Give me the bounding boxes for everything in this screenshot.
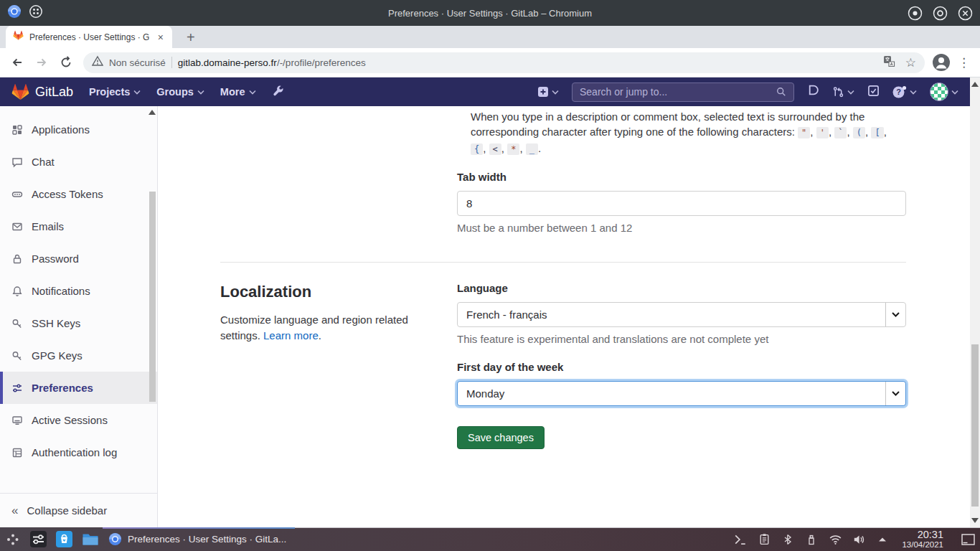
discover-icon[interactable] bbox=[55, 529, 74, 549]
gitlab-navbar: GitLab Projects Groups More bbox=[0, 77, 970, 106]
select-caret-icon bbox=[885, 382, 905, 405]
maximize-icon[interactable] bbox=[933, 6, 948, 21]
bluetooth-icon[interactable] bbox=[781, 532, 795, 547]
browser-menu-icon[interactable]: ⋮ bbox=[955, 55, 973, 70]
plus-square-icon bbox=[537, 86, 549, 98]
new-menu-button[interactable] bbox=[537, 86, 559, 98]
sidebar-item-ssh-keys[interactable]: SSH Keys bbox=[0, 307, 157, 339]
issues-icon[interactable] bbox=[807, 85, 819, 100]
security-label: Non sécurisé bbox=[109, 57, 166, 68]
minimize-icon[interactable] bbox=[908, 6, 923, 21]
divider bbox=[171, 57, 172, 68]
nav-projects[interactable]: Projects bbox=[89, 86, 141, 98]
sidebar-item-access-tokens[interactable]: Access Tokens bbox=[0, 178, 157, 210]
sidebar-scrollbar-thumb[interactable] bbox=[149, 192, 156, 402]
email-icon bbox=[11, 221, 23, 232]
sidebar-item-password[interactable]: Password bbox=[0, 242, 157, 275]
scroll-down-icon[interactable] bbox=[971, 518, 979, 523]
folder-icon[interactable] bbox=[80, 529, 100, 549]
scroll-up-icon[interactable] bbox=[971, 82, 979, 87]
code-char: ( bbox=[853, 127, 865, 138]
user-menu-button[interactable] bbox=[930, 83, 958, 101]
show-desktop-icon[interactable] bbox=[960, 532, 976, 547]
page-scrollbar[interactable] bbox=[970, 77, 980, 527]
gitlab-logo[interactable]: GitLab bbox=[11, 83, 73, 101]
window-title: Preferences · User Settings · GitLab – C… bbox=[165, 8, 815, 19]
warning-icon[interactable] bbox=[92, 55, 103, 70]
gitlab-tanuki-icon bbox=[13, 30, 24, 44]
wrench-icon[interactable] bbox=[272, 85, 284, 100]
search-input[interactable] bbox=[580, 86, 776, 98]
chromium-icon bbox=[7, 4, 22, 22]
bookmark-star-icon[interactable]: ☆ bbox=[905, 55, 916, 70]
back-icon[interactable] bbox=[7, 52, 27, 72]
sidebar-item-chat[interactable]: Chat bbox=[0, 146, 157, 178]
caret-down-icon bbox=[847, 90, 854, 95]
learn-more-link[interactable]: Learn more bbox=[263, 329, 319, 342]
sidebar-item-emails[interactable]: Emails bbox=[0, 210, 157, 242]
clipboard-icon[interactable] bbox=[757, 532, 771, 547]
spacer-column bbox=[220, 109, 443, 234]
wifi-icon[interactable] bbox=[828, 532, 842, 547]
grid-icon bbox=[11, 124, 23, 136]
code-char: * bbox=[507, 143, 519, 155]
save-changes-button[interactable]: Save changes bbox=[457, 426, 545, 449]
key-icon bbox=[11, 318, 23, 329]
nav-more[interactable]: More bbox=[220, 86, 256, 98]
collapse-icon: « bbox=[11, 504, 18, 518]
sidebar-item-notifications[interactable]: Notifications bbox=[0, 275, 157, 307]
settings-icon[interactable] bbox=[29, 529, 48, 549]
tray-expand-icon[interactable] bbox=[875, 532, 890, 547]
terminal-icon[interactable] bbox=[733, 532, 748, 547]
reload-icon[interactable] bbox=[56, 52, 76, 72]
browser-tab[interactable]: Preferences · User Settings · G × bbox=[6, 26, 172, 48]
page-scrollbar-thumb[interactable] bbox=[970, 343, 980, 508]
launcher-icon[interactable] bbox=[3, 529, 22, 549]
tab-width-input[interactable] bbox=[457, 191, 906, 216]
first-day-label: First day of the week bbox=[457, 361, 906, 373]
close-icon[interactable] bbox=[958, 6, 973, 21]
volume-icon[interactable] bbox=[852, 532, 866, 547]
tab-width-label: Tab width bbox=[457, 171, 906, 183]
taskbar-task-chromium[interactable]: Preferences · User Settings · GitLa... bbox=[103, 527, 295, 551]
preferences-content: When you type in a description or commen… bbox=[158, 106, 970, 527]
sidebar-item-preferences[interactable]: Preferences bbox=[0, 372, 157, 404]
window-titlebar: Preferences · User Settings · GitLab – C… bbox=[0, 0, 980, 26]
todos-icon[interactable] bbox=[867, 85, 880, 100]
translate-icon[interactable] bbox=[883, 55, 895, 70]
code-char: _ bbox=[526, 143, 538, 155]
clock[interactable]: 20:31 13/04/2021 bbox=[902, 529, 943, 549]
browser-profile-icon[interactable] bbox=[932, 53, 951, 72]
global-search[interactable] bbox=[572, 83, 794, 102]
nav-groups[interactable]: Groups bbox=[156, 86, 204, 98]
help-button[interactable]: ? bbox=[892, 85, 917, 98]
caret-down-icon bbox=[951, 90, 958, 95]
tab-close-icon[interactable]: × bbox=[155, 31, 166, 44]
browser-viewport: GitLab Projects Groups More bbox=[0, 77, 980, 527]
app-menu-icon[interactable] bbox=[29, 4, 43, 22]
sidebar-item-active-sessions[interactable]: Active Sessions bbox=[0, 404, 157, 436]
sidebar-item-authentication-log[interactable]: Authentication log bbox=[0, 436, 157, 468]
browser-toolbar: Non sécurisé gitlab.domaine-perso.fr/-/p… bbox=[0, 48, 980, 77]
taskbar: Preferences · User Settings · GitLa... bbox=[0, 527, 980, 551]
merge-request-icon bbox=[832, 86, 844, 98]
first-day-select[interactable]: Monday bbox=[457, 381, 906, 406]
address-bar[interactable]: Non sécurisé gitlab.domaine-perso.fr/-/p… bbox=[83, 52, 925, 73]
sidebar-item-applications[interactable]: Applications bbox=[0, 113, 157, 146]
token-icon bbox=[11, 189, 23, 200]
bell-icon bbox=[11, 286, 23, 297]
svg-text:?: ? bbox=[896, 88, 901, 96]
sidebar-scroll-up-icon[interactable] bbox=[149, 110, 156, 115]
new-tab-button[interactable]: + bbox=[182, 30, 199, 44]
code-char: " bbox=[798, 127, 810, 138]
forward-icon[interactable] bbox=[32, 52, 52, 72]
caret-down-icon bbox=[910, 90, 917, 95]
merge-requests-button[interactable] bbox=[832, 86, 854, 98]
log-icon bbox=[11, 447, 23, 458]
language-select[interactable]: French - français bbox=[457, 302, 906, 327]
chat-icon bbox=[11, 156, 23, 168]
sidebar-item-gpg-keys[interactable]: GPG Keys bbox=[0, 339, 157, 372]
section-divider bbox=[220, 262, 906, 263]
collapse-sidebar-button[interactable]: « Collapse sidebar bbox=[0, 493, 157, 527]
usb-icon[interactable] bbox=[804, 532, 819, 547]
